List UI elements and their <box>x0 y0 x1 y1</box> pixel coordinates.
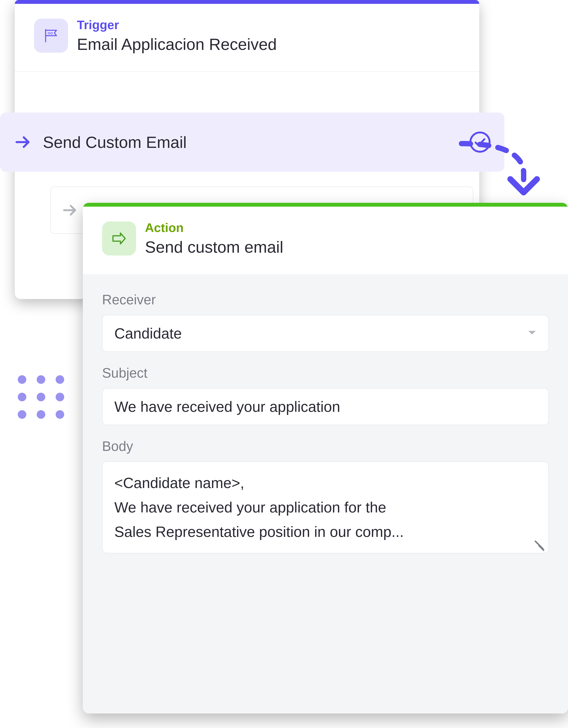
workflow-step-send-email[interactable]: Send Custom Email <box>0 113 504 172</box>
step-label: Send Custom Email <box>43 133 458 152</box>
receiver-label: Receiver <box>102 292 549 307</box>
receiver-value: Candidate <box>114 325 182 342</box>
arrow-right-icon <box>61 201 79 219</box>
action-header[interactable]: Action Send custom email <box>83 203 568 274</box>
body-line-3: Sales Representative position in our com… <box>114 520 536 544</box>
trigger-header[interactable]: GO Trigger Email Applicacion Received <box>15 0 479 71</box>
divider <box>15 71 479 72</box>
subject-label: Subject <box>102 365 549 381</box>
arrow-right-icon <box>13 132 33 152</box>
body-textarea[interactable]: <Candidate name>, We have received your … <box>102 461 549 553</box>
trigger-label: Trigger <box>77 18 277 32</box>
arrow-right-outline-icon <box>102 221 136 255</box>
action-card: Action Send custom email Receiver Candid… <box>83 203 568 713</box>
flag-go-icon: GO <box>34 19 68 53</box>
check-circle-icon <box>469 131 491 153</box>
subject-value: We have received your application <box>114 398 340 415</box>
svg-text:GO: GO <box>48 31 53 35</box>
resize-handle-icon[interactable] <box>534 539 544 549</box>
action-description: Send custom email <box>145 238 283 256</box>
body-line-2: We have received your application for th… <box>114 495 536 520</box>
action-label: Action <box>145 221 283 235</box>
subject-input[interactable]: We have received your application <box>102 388 549 425</box>
decorative-dot-grid <box>18 375 64 419</box>
body-line-1: <Candidate name>, <box>114 471 536 495</box>
body-label: Body <box>102 438 549 454</box>
svg-point-4 <box>470 132 490 152</box>
trigger-description: Email Applicacion Received <box>77 35 277 54</box>
receiver-select[interactable]: Candidate <box>102 315 549 352</box>
chevron-down-icon <box>528 330 536 337</box>
action-form: Receiver Candidate Subject We have recei… <box>83 274 568 571</box>
